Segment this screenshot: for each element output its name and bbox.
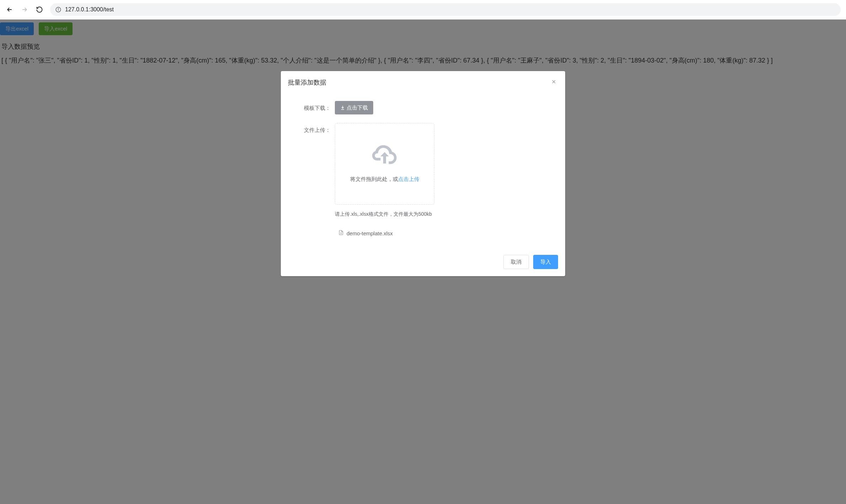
site-info-icon[interactable] xyxy=(55,6,61,13)
browser-toolbar: 127.0.0.1:3000/test xyxy=(0,0,846,20)
arrow-left-icon xyxy=(6,6,13,13)
forward-button[interactable] xyxy=(20,5,29,14)
back-button[interactable] xyxy=(5,5,14,14)
reload-icon xyxy=(36,6,43,13)
reload-button[interactable] xyxy=(35,5,44,14)
url-text: 127.0.0.1:3000/test xyxy=(65,6,114,13)
svg-point-2 xyxy=(58,8,58,9)
arrow-right-icon xyxy=(21,6,28,13)
address-bar[interactable]: 127.0.0.1:3000/test xyxy=(50,3,841,16)
